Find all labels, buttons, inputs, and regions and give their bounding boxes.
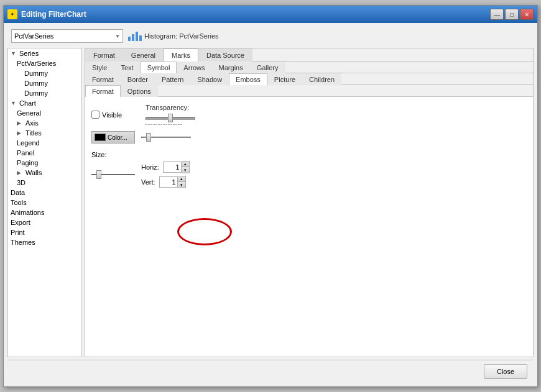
expand-icon-chart: ▼ (11, 100, 18, 106)
symbol-tab-row: Format Border Pattern Shadow Emboss Pict… (85, 73, 533, 85)
sidebar-label-walls: Walls (25, 169, 42, 176)
tab-margins[interactable]: Margins (212, 62, 250, 73)
sidebar-item-pctvar[interactable]: PctVarSeries (8, 58, 81, 68)
sidebar-label-dummy1: Dummy (24, 70, 48, 77)
size-section: Size: Horiz: (91, 151, 527, 188)
svg-rect-0 (128, 37, 131, 41)
panel-content: Visible Transparency: (85, 97, 533, 194)
sidebar-label-dummy2: Dummy (24, 80, 48, 87)
panel-wrapper: Visible Transparency: (85, 97, 533, 357)
series-dropdown-value: PctVarSeries (14, 32, 53, 40)
close-button[interactable]: Close (484, 364, 527, 379)
horiz-up-btn[interactable]: ▲ (182, 162, 189, 167)
horiz-spinner-btns: ▲ ▼ (182, 161, 190, 173)
visible-checkbox[interactable] (91, 111, 99, 119)
visible-transparency-row: Visible Transparency: (91, 103, 527, 126)
tab-options-inner[interactable]: Options (121, 85, 158, 97)
sidebar-label-legend: Legend (17, 139, 40, 147)
sidebar-item-data[interactable]: Data (8, 188, 81, 198)
tab-shadow[interactable]: Shadow (190, 73, 229, 85)
color-swatch (95, 134, 106, 141)
tab-style[interactable]: Style (85, 62, 114, 73)
sidebar-label-series: Series (19, 50, 39, 57)
sidebar-item-export[interactable]: Export (8, 217, 81, 227)
sidebar-label-general: General (17, 109, 41, 117)
tab-pattern[interactable]: Pattern (155, 73, 190, 85)
tab-datasource[interactable]: Data Source (198, 48, 252, 62)
main-panel: Format General Marks Data Source Style T… (85, 48, 534, 357)
tab-gallery[interactable]: Gallery (250, 62, 285, 73)
horiz-spinner: 1 ▲ ▼ (163, 161, 190, 173)
visible-checkbox-label: Visible (91, 111, 122, 119)
tab-general[interactable]: General (123, 48, 164, 62)
tab-marks[interactable]: Marks (164, 48, 198, 62)
sidebar-item-dummy2[interactable]: Dummy (8, 78, 81, 88)
transparency-dotted (146, 123, 195, 126)
sidebar-item-legend[interactable]: Legend (8, 138, 81, 148)
window-close-button[interactable]: ✕ (520, 9, 534, 20)
series-dropdown[interactable]: PctVarSeries ▼ (11, 29, 123, 43)
color-btn-label: Color... (108, 134, 127, 141)
maximize-button[interactable]: □ (505, 9, 519, 20)
tab-symbol[interactable]: Symbol (141, 62, 177, 73)
vert-spinner-btns: ▲ ▼ (178, 176, 186, 188)
tab-emboss[interactable]: Emboss (229, 73, 267, 85)
sidebar-label-chart: Chart (19, 99, 36, 107)
sidebar-label-panel: Panel (17, 149, 34, 157)
horiz-input[interactable]: 1 (163, 162, 182, 173)
sidebar-item-animations[interactable]: Animations (8, 207, 81, 217)
color-slider[interactable] (141, 132, 191, 142)
sidebar-item-titles[interactable]: ▶ Titles (8, 128, 81, 138)
sidebar-item-general[interactable]: General (8, 108, 81, 118)
svg-rect-1 (132, 34, 134, 41)
sidebar-item-panel[interactable]: Panel (8, 148, 81, 158)
sidebar-label-print: Print (11, 229, 25, 236)
horiz-down-btn[interactable]: ▼ (182, 167, 189, 173)
tab-text[interactable]: Text (114, 62, 140, 73)
sidebar-item-chart[interactable]: ▼ Chart (8, 98, 81, 108)
top-bar: PctVarSeries ▼ Histogram: PctVarSeries (7, 27, 534, 45)
sidebar-item-dummy3[interactable]: Dummy (8, 88, 81, 98)
vert-input[interactable]: 1 (159, 176, 178, 188)
histogram-label: Histogram: PctVarSeries (127, 30, 219, 42)
sidebar-item-themes[interactable]: Themes (8, 237, 81, 247)
tab-border[interactable]: Border (121, 73, 155, 85)
tab-format[interactable]: Format (85, 48, 123, 62)
sidebar-item-series[interactable]: ▼ Series (8, 48, 81, 58)
tab-children[interactable]: Children (302, 73, 341, 85)
horiz-label: Horiz: (141, 163, 159, 171)
vert-down-btn[interactable]: ▼ (178, 182, 185, 188)
vert-row: Vert: 1 ▲ ▼ (141, 176, 190, 188)
sidebar-item-axis[interactable]: ▶ Axis (8, 118, 81, 128)
minimize-button[interactable]: — (490, 9, 504, 20)
sidebar-item-paging[interactable]: Paging (8, 158, 81, 168)
sidebar-label-export: Export (11, 219, 30, 226)
sidebar: ▼ Series PctVarSeries Dummy Dummy Dummy … (7, 48, 82, 357)
sidebar-item-tools[interactable]: Tools (8, 198, 81, 207)
expand-icon-titles: ▶ (17, 130, 24, 136)
sidebar-label-axis: Axis (25, 119, 39, 127)
sidebar-item-print[interactable]: Print (8, 227, 81, 237)
histogram-text: Histogram: PctVarSeries (144, 32, 219, 40)
window-body: PctVarSeries ▼ Histogram: PctVarSeries ▼ (4, 23, 537, 386)
main-window: ✦ Editing FilterChart — □ ✕ PctVarSeries… (3, 5, 538, 387)
vert-spinner: 1 ▲ ▼ (159, 176, 186, 188)
vert-up-btn[interactable]: ▲ (178, 176, 185, 182)
sidebar-label-3d: 3D (17, 179, 25, 186)
tab-arrows[interactable]: Arrows (177, 62, 211, 73)
sidebar-item-walls[interactable]: ▶ Walls (8, 168, 81, 178)
tab-format-inner[interactable]: Format (85, 85, 121, 97)
size-slider[interactable] (91, 170, 135, 180)
bottom-bar: Close (7, 360, 534, 383)
tab-picture[interactable]: Picture (267, 73, 302, 85)
emboss-tab-row: Format Options (85, 85, 533, 97)
color-button[interactable]: Color... (91, 131, 135, 144)
expand-icon-axis: ▶ (17, 120, 24, 126)
tab-format2[interactable]: Format (85, 73, 121, 85)
transparency-label: Transparency: (146, 104, 189, 111)
transparency-slider[interactable] (146, 113, 195, 123)
horiz-row: Horiz: 1 ▲ ▼ (141, 161, 190, 173)
sidebar-item-3d[interactable]: 3D (8, 178, 81, 188)
sidebar-item-dummy1[interactable]: Dummy (8, 68, 81, 78)
sidebar-label-dummy3: Dummy (24, 89, 48, 97)
